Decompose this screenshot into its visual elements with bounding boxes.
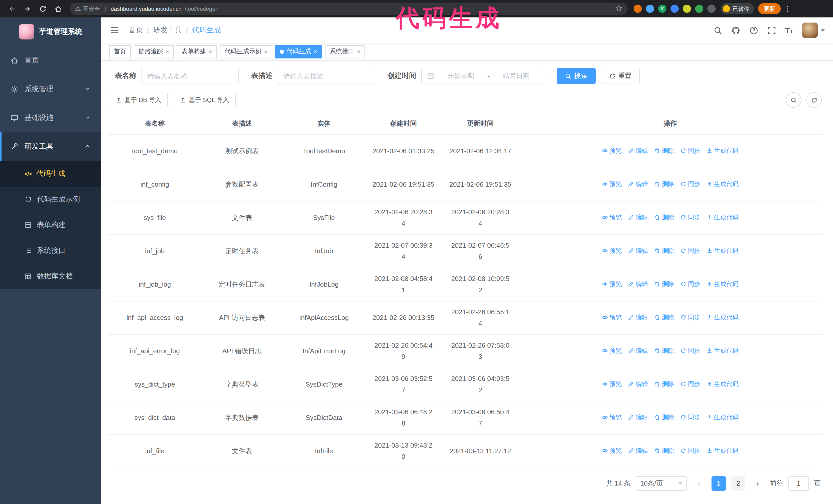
sidebar-item-form-builder[interactable]: 表单构建 bbox=[0, 212, 101, 238]
close-icon[interactable]: × bbox=[209, 48, 212, 55]
sync-link[interactable]: 同步 bbox=[680, 412, 700, 423]
close-icon[interactable]: × bbox=[264, 48, 268, 55]
edit-link[interactable]: 编辑 bbox=[628, 379, 648, 389]
generate-code-link[interactable]: 生成代码 bbox=[706, 179, 739, 189]
edit-link[interactable]: 编辑 bbox=[628, 146, 648, 156]
page-1-button[interactable]: 1 bbox=[712, 476, 726, 490]
search-icon[interactable] bbox=[713, 26, 722, 34]
paused-badge[interactable]: 已暂停 bbox=[721, 3, 754, 14]
extension-people-icon[interactable] bbox=[670, 5, 679, 13]
extension-fox-icon[interactable] bbox=[634, 5, 642, 13]
sync-link[interactable]: 同步 bbox=[680, 379, 700, 389]
browser-menu-icon[interactable]: ⋮ bbox=[784, 5, 791, 13]
extension-square-icon[interactable] bbox=[683, 5, 691, 13]
delete-link[interactable]: 删除 bbox=[654, 146, 674, 156]
help-icon[interactable] bbox=[749, 26, 758, 34]
generate-code-link[interactable]: 生成代码 bbox=[706, 312, 739, 323]
generate-code-link[interactable]: 生成代码 bbox=[706, 146, 739, 156]
sidebar-logo[interactable]: 芋道管理系统 bbox=[0, 18, 101, 46]
close-icon[interactable]: × bbox=[166, 48, 169, 55]
extension-v-icon[interactable]: V bbox=[658, 5, 666, 13]
sidebar-item-infra[interactable]: 基础设施 bbox=[0, 103, 101, 132]
close-icon[interactable]: × bbox=[314, 48, 317, 55]
delete-link[interactable]: 删除 bbox=[654, 379, 674, 389]
edit-link[interactable]: 编辑 bbox=[628, 213, 648, 223]
bookmark-star-icon[interactable] bbox=[615, 5, 622, 13]
goto-page-input[interactable] bbox=[788, 476, 809, 490]
tag-codegen[interactable]: 代码生成× bbox=[275, 45, 322, 58]
preview-link[interactable]: 预览 bbox=[602, 379, 622, 389]
search-button[interactable]: 搜索 bbox=[557, 68, 596, 84]
edit-link[interactable]: 编辑 bbox=[628, 346, 648, 356]
sidebar-item-db-doc[interactable]: 数据库文档 bbox=[0, 264, 101, 289]
delete-link[interactable]: 删除 bbox=[654, 412, 674, 423]
font-size-icon[interactable]: TT bbox=[785, 26, 793, 34]
extension-drop-icon[interactable] bbox=[646, 5, 654, 13]
date-range-picker[interactable]: 开始日期 - 结束日期 bbox=[421, 68, 544, 84]
breadcrumb-home[interactable]: 首页 bbox=[129, 26, 143, 35]
browser-home-icon[interactable] bbox=[51, 2, 65, 16]
generate-code-link[interactable]: 生成代码 bbox=[706, 412, 739, 423]
breadcrumb-devtools[interactable]: 研发工具 bbox=[153, 26, 182, 35]
delete-link[interactable]: 删除 bbox=[654, 179, 674, 189]
browser-back-icon[interactable] bbox=[5, 2, 19, 16]
tag-codegen-example[interactable]: 代码生成示例× bbox=[220, 45, 272, 58]
edit-link[interactable]: 编辑 bbox=[628, 279, 648, 289]
prev-page-button[interactable]: ‹ bbox=[692, 476, 706, 490]
preview-link[interactable]: 预览 bbox=[602, 346, 622, 356]
import-sql-button[interactable]: 基于 SQL 导入 bbox=[173, 93, 236, 107]
reset-button[interactable]: 重置 bbox=[601, 68, 640, 84]
delete-link[interactable]: 删除 bbox=[654, 213, 674, 223]
edit-link[interactable]: 编辑 bbox=[628, 312, 648, 323]
generate-code-link[interactable]: 生成代码 bbox=[706, 246, 739, 256]
sidebar-item-codegen-example[interactable]: 代码生成示例 bbox=[0, 187, 101, 212]
delete-link[interactable]: 删除 bbox=[654, 446, 674, 456]
edit-link[interactable]: 编辑 bbox=[628, 246, 648, 256]
tag-home[interactable]: 首页 bbox=[109, 45, 131, 58]
refresh-table-button[interactable] bbox=[806, 92, 822, 108]
sync-link[interactable]: 同步 bbox=[680, 446, 700, 456]
preview-link[interactable]: 预览 bbox=[602, 312, 622, 323]
table-name-input[interactable] bbox=[142, 68, 239, 84]
sync-link[interactable]: 同步 bbox=[680, 346, 700, 356]
sync-link[interactable]: 同步 bbox=[680, 146, 700, 156]
preview-link[interactable]: 预览 bbox=[602, 246, 622, 256]
generate-code-link[interactable]: 生成代码 bbox=[706, 346, 739, 356]
delete-link[interactable]: 删除 bbox=[654, 312, 674, 323]
browser-refresh-icon[interactable] bbox=[36, 2, 49, 16]
generate-code-link[interactable]: 生成代码 bbox=[706, 279, 739, 289]
sidebar-item-codegen[interactable]: </> 代码生成 bbox=[0, 161, 101, 187]
delete-link[interactable]: 删除 bbox=[654, 246, 674, 256]
preview-link[interactable]: 预览 bbox=[602, 446, 622, 456]
extension-puzzle-icon[interactable] bbox=[708, 5, 716, 13]
delete-link[interactable]: 删除 bbox=[654, 346, 674, 356]
sync-link[interactable]: 同步 bbox=[680, 312, 700, 323]
preview-link[interactable]: 预览 bbox=[602, 213, 622, 223]
generate-code-link[interactable]: 生成代码 bbox=[706, 446, 739, 456]
page-size-select[interactable]: 10条/页 bbox=[636, 476, 687, 490]
tag-api[interactable]: 系统接口× bbox=[325, 45, 365, 58]
tag-trace[interactable]: 链路追踪× bbox=[134, 45, 174, 58]
hamburger-icon[interactable] bbox=[109, 25, 120, 36]
sidebar-item-devtools[interactable]: 研发工具 bbox=[0, 132, 101, 161]
page-2-button[interactable]: 2 bbox=[731, 476, 745, 490]
sync-link[interactable]: 同步 bbox=[680, 246, 700, 256]
preview-link[interactable]: 预览 bbox=[602, 179, 622, 189]
extension-leaf-icon[interactable] bbox=[695, 5, 703, 13]
github-icon[interactable] bbox=[731, 26, 740, 34]
edit-link[interactable]: 编辑 bbox=[628, 412, 648, 423]
import-db-button[interactable]: 基于 DB 导入 bbox=[109, 93, 168, 107]
sync-link[interactable]: 同步 bbox=[680, 213, 700, 223]
user-menu[interactable] bbox=[802, 23, 825, 38]
edit-link[interactable]: 编辑 bbox=[628, 446, 648, 456]
close-icon[interactable]: × bbox=[357, 48, 360, 55]
table-desc-input[interactable] bbox=[278, 68, 375, 84]
fullscreen-icon[interactable] bbox=[767, 26, 776, 34]
tag-form-builder[interactable]: 表单构建× bbox=[177, 45, 217, 58]
delete-link[interactable]: 删除 bbox=[654, 279, 674, 289]
generate-code-link[interactable]: 生成代码 bbox=[706, 213, 739, 223]
chrome-update-button[interactable]: 更新 bbox=[758, 3, 781, 14]
next-page-button[interactable]: › bbox=[751, 476, 765, 490]
sidebar-item-api[interactable]: 系统接口 bbox=[0, 238, 101, 264]
toggle-search-button[interactable] bbox=[786, 92, 801, 108]
